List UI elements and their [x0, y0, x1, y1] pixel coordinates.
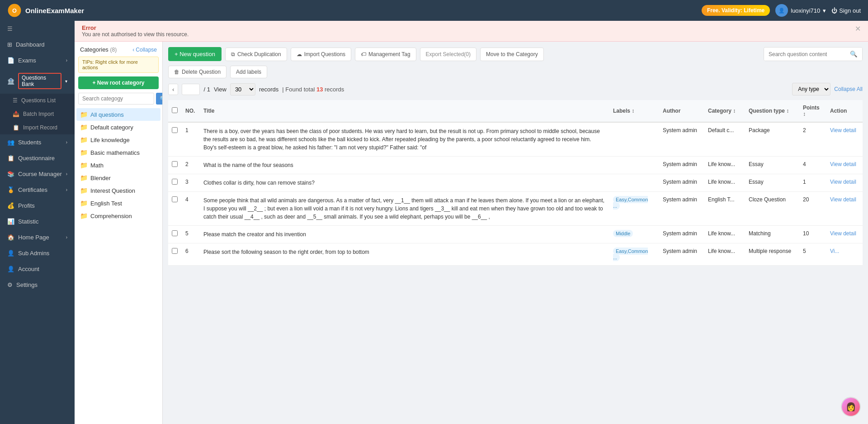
- sidebar-item-label: Certificates: [18, 186, 47, 193]
- sidebar-item-statistic[interactable]: 📊 Statistic: [0, 214, 75, 229]
- folder-icon: 📁: [80, 174, 88, 181]
- move-to-category-btn[interactable]: Move to the Category: [480, 48, 544, 61]
- exams-icon: 📄: [7, 57, 14, 64]
- sidebar-item-students[interactable]: 👥 Students ›: [0, 134, 75, 150]
- list-icon: ☰: [13, 97, 18, 104]
- cat-item-english[interactable]: 📁 English Test: [76, 197, 160, 210]
- sidebar-item-batch-import[interactable]: 📥 Batch Import: [0, 107, 75, 121]
- cat-item-math[interactable]: 📁 Math: [76, 159, 160, 172]
- per-page-select[interactable]: 30 50 100: [230, 83, 255, 95]
- table-row: 1 There is a boy, over the years has bee…: [168, 122, 863, 157]
- row-checkbox[interactable]: [168, 157, 182, 174]
- check-duplication-btn[interactable]: ⧉ Check Duplication: [225, 48, 287, 61]
- row-action[interactable]: Vi...: [826, 243, 863, 266]
- row-qtype: Essay: [745, 157, 799, 174]
- sidebar-item-questionnaire[interactable]: 📋 Questionnaire: [0, 150, 75, 166]
- sidebar-item-course-manager[interactable]: 📚 Course Manager ›: [0, 166, 75, 182]
- import-questions-btn[interactable]: ☁ Import Questions: [291, 48, 351, 61]
- category-search-button[interactable]: 🔍: [156, 93, 163, 105]
- sub-admins-icon: 👤: [7, 250, 14, 257]
- menu-toggle[interactable]: ☰: [0, 21, 75, 37]
- row-checkbox[interactable]: [168, 174, 182, 192]
- sidebar-item-questions-list[interactable]: ☰ Questions List: [0, 94, 75, 107]
- cat-item-default[interactable]: 📁 Default category: [76, 121, 160, 133]
- promo-badge[interactable]: Free. Validity: Lifetime: [702, 5, 770, 16]
- question-search-input[interactable]: [764, 48, 845, 61]
- row-action[interactable]: View detail: [826, 174, 863, 192]
- row-checkbox[interactable]: [168, 192, 182, 226]
- collapse-arrow-icon: ‹: [132, 47, 134, 53]
- row-action[interactable]: View detail: [826, 192, 863, 226]
- th-qtype: Question type ↕: [745, 100, 799, 122]
- chevron-right-icon: ›: [66, 172, 67, 176]
- cat-item-blender[interactable]: 📁 Blender: [76, 172, 160, 184]
- sidebar: ☰ ⊞ Dashboard 📄 Exams › 🏦 Questions Bank…: [0, 21, 75, 424]
- view-detail-link[interactable]: View detail: [830, 127, 856, 133]
- row-labels: [609, 157, 659, 174]
- collapse-btn[interactable]: ‹ Collapse: [132, 47, 157, 53]
- view-detail-link[interactable]: Vi...: [830, 248, 839, 254]
- tag-icon: 🏷: [361, 51, 366, 57]
- error-message: You are not authorised to view this reso…: [82, 31, 189, 38]
- row-action[interactable]: View detail: [826, 226, 863, 243]
- management-tag-btn[interactable]: 🏷 Management Tag: [355, 48, 416, 61]
- row-action[interactable]: View detail: [826, 157, 863, 174]
- row-category: English T...: [704, 192, 745, 226]
- found-text: | Found total 13 records: [282, 86, 344, 93]
- new-root-category-btn[interactable]: + New root category: [78, 76, 159, 89]
- view-detail-link[interactable]: View detail: [830, 196, 856, 203]
- row-author: System admin: [659, 174, 704, 192]
- sidebar-item-settings[interactable]: ⚙ Settings: [0, 277, 75, 293]
- view-detail-link[interactable]: View detail: [830, 161, 856, 167]
- tips-bar: TIPs: Right click for more actions: [78, 57, 159, 73]
- support-avatar[interactable]: 👩: [841, 397, 861, 417]
- sidebar-item-certificates[interactable]: 🏅 Certificates ›: [0, 182, 75, 198]
- sidebar-item-exams[interactable]: 📄 Exams ›: [0, 52, 75, 68]
- folder-icon: 📁: [80, 212, 88, 219]
- folder-icon: 📁: [80, 111, 88, 118]
- collapse-all-btn[interactable]: Collapse All: [834, 86, 863, 92]
- category-search-input[interactable]: [78, 93, 154, 105]
- error-title: Error: [82, 24, 189, 31]
- add-labels-btn[interactable]: Add labels: [230, 66, 267, 78]
- select-all-checkbox[interactable]: [172, 107, 178, 113]
- cat-item-all[interactable]: 📁 All questions: [76, 108, 160, 121]
- row-labels: [609, 122, 659, 157]
- new-question-btn[interactable]: + New question: [168, 47, 222, 61]
- sidebar-item-account[interactable]: 👤 Account: [0, 261, 75, 277]
- cat-item-life[interactable]: 📁 Life knowledge: [76, 133, 160, 146]
- row-labels: [609, 174, 659, 192]
- folder-icon: 📁: [80, 187, 88, 194]
- view-detail-link[interactable]: View detail: [830, 179, 856, 185]
- sidebar-item-dashboard[interactable]: ⊞ Dashboard: [0, 37, 75, 52]
- delete-question-btn[interactable]: 🗑 Delete Question: [168, 66, 226, 78]
- sidebar-item-profits[interactable]: 💰 Profits: [0, 198, 75, 214]
- row-points: 10: [799, 226, 826, 243]
- row-checkbox[interactable]: [168, 122, 182, 157]
- user-area[interactable]: 👤 luoxinyi710 ▾: [775, 4, 826, 17]
- sidebar-item-questions-bank[interactable]: 🏦 Questions Bank ▾: [0, 68, 75, 94]
- type-filter-select[interactable]: Any type: [792, 83, 830, 95]
- row-title: Please match the creator and his inventi…: [200, 226, 609, 243]
- chevron-right-icon: ›: [66, 187, 67, 192]
- chevron-right-icon: ›: [66, 58, 67, 63]
- export-selected-btn[interactable]: Export Selected(0): [420, 48, 476, 61]
- sidebar-item-home-page[interactable]: 🏠 Home Page ›: [0, 229, 75, 245]
- search-button[interactable]: 🔍: [845, 48, 862, 61]
- category-list: 📁 All questions 📁 Default category 📁 Lif…: [75, 108, 162, 222]
- row-checkbox[interactable]: [168, 226, 182, 243]
- row-qtype: Package: [745, 122, 799, 157]
- row-action[interactable]: View detail: [826, 122, 863, 157]
- page-input[interactable]: 1: [182, 84, 200, 95]
- cat-item-interest[interactable]: 📁 Interest Question: [76, 184, 160, 197]
- cat-item-basic-math[interactable]: 📁 Basic mathematics: [76, 146, 160, 159]
- cat-item-comprehension[interactable]: 📁 Comprehension: [76, 210, 160, 222]
- cat-item-label: Life knowledge: [90, 137, 130, 143]
- row-checkbox[interactable]: [168, 243, 182, 266]
- prev-page-btn[interactable]: ‹: [168, 84, 178, 95]
- sign-out-btn[interactable]: ⏻ Sign out: [831, 7, 861, 14]
- view-detail-link[interactable]: View detail: [830, 230, 856, 237]
- sidebar-item-import-record[interactable]: 📋 Import Record: [0, 121, 75, 134]
- sidebar-item-sub-admins[interactable]: 👤 Sub Admins: [0, 245, 75, 261]
- close-icon[interactable]: ✕: [855, 24, 861, 33]
